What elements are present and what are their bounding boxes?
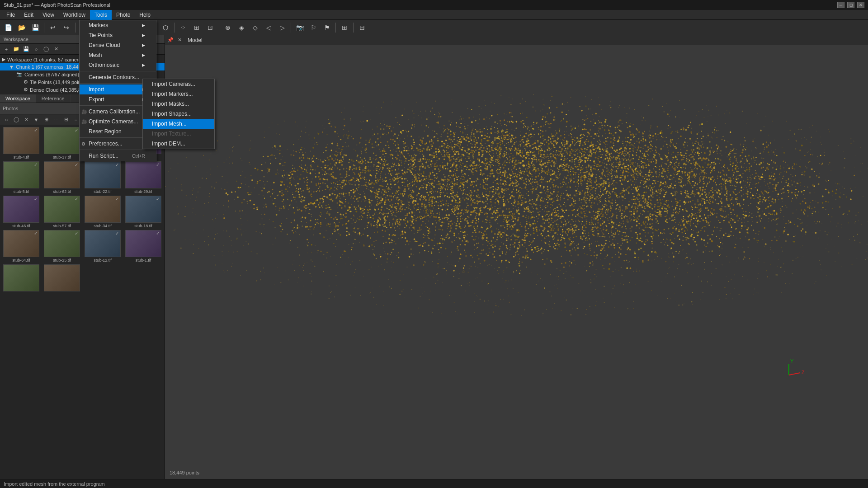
photos-circle-btn[interactable]: ○: [2, 115, 11, 124]
toolbar-view1[interactable]: ◈: [235, 21, 248, 34]
svg-point-3686: [499, 169, 500, 170]
svg-point-4420: [370, 183, 372, 185]
toolbar-view2[interactable]: ◇: [249, 21, 261, 34]
toolbar-grid[interactable]: ⊞: [190, 21, 203, 34]
svg-point-7414: [450, 230, 451, 231]
menu-item-import-markers[interactable]: Import Markers...: [143, 89, 214, 99]
toolbar-open[interactable]: 📂: [15, 21, 28, 34]
photos-circle2-btn[interactable]: ◯: [12, 115, 21, 124]
photo-item-8[interactable]: ✓ stub-29.tif: [124, 161, 163, 194]
photos-filter-btn[interactable]: ▼: [32, 115, 41, 124]
toolbar-undo[interactable]: ↩: [47, 21, 59, 34]
menu-item-run-script[interactable]: Run Script... Ctrl+R: [80, 151, 156, 161]
menu-item-import-masks[interactable]: Import Masks...: [143, 99, 214, 109]
svg-point-2916: [504, 119, 505, 121]
menu-view[interactable]: View: [38, 10, 59, 20]
toolbar-shapes[interactable]: ⬡: [159, 21, 172, 34]
svg-point-7364: [778, 199, 779, 200]
toolbar-flag2[interactable]: ⚑: [321, 21, 333, 34]
photo-item-12[interactable]: ✓ stub-18.tif: [124, 196, 163, 228]
svg-point-5413: [674, 146, 676, 148]
restore-button[interactable]: ◻: [847, 2, 854, 8]
svg-point-1842: [457, 196, 458, 197]
menu-workflow[interactable]: Workflow: [59, 10, 90, 20]
toolbar-redo[interactable]: ↪: [60, 21, 73, 34]
menu-help[interactable]: Help: [135, 10, 155, 20]
ws-save-btn[interactable]: 💾: [22, 45, 31, 54]
photo-item-13[interactable]: ✓ stub-64.tif: [2, 230, 41, 263]
ws-add-btn[interactable]: +: [2, 45, 11, 54]
svg-point-1590: [512, 161, 514, 163]
tab-reference[interactable]: Reference: [36, 94, 71, 103]
photo-item-17[interactable]: [2, 264, 41, 292]
minimize-button[interactable]: ─: [837, 2, 844, 8]
toolbar-camera[interactable]: 📷: [293, 21, 306, 34]
viewport[interactable]: Orthographic: [165, 45, 868, 479]
photo-item-7[interactable]: ✓ stub-22.tif: [83, 161, 122, 194]
svg-point-7735: [395, 174, 396, 175]
svg-point-2413: [390, 227, 392, 228]
menu-item-dense-cloud[interactable]: Dense Cloud ▶: [80, 40, 156, 50]
ws-circle-btn[interactable]: ○: [32, 45, 41, 54]
svg-point-1380: [557, 154, 558, 155]
toolbar-align[interactable]: ⊞: [338, 21, 351, 34]
menu-item-mesh[interactable]: Mesh ▶: [80, 50, 156, 60]
toolbar-select[interactable]: ⊡: [204, 21, 217, 34]
menu-item-tie-points[interactable]: Tie Points ▶: [80, 30, 156, 40]
menu-item-import-shapes[interactable]: Import Shapes...: [143, 109, 214, 119]
photos-info-btn[interactable]: ⋯: [52, 115, 61, 124]
model-panel-pin-btn[interactable]: 📌: [167, 37, 174, 44]
photos-group-btn[interactable]: ⊞: [42, 115, 51, 124]
svg-point-4107: [326, 197, 328, 198]
svg-point-4755: [603, 245, 604, 246]
photo-item-16[interactable]: ✓ stub-1.tif: [124, 230, 163, 263]
menu-item-import-mesh[interactable]: Import Mesh...: [143, 119, 214, 129]
menu-item-import-dem[interactable]: Import DEM...: [143, 139, 214, 149]
close-button[interactable]: ✕: [857, 2, 864, 8]
tab-workspace[interactable]: Workspace: [0, 94, 36, 103]
photo-item-1[interactable]: ✓ stub-4.tif: [2, 127, 41, 160]
photo-item-10[interactable]: ✓ stub-57.tif: [42, 196, 81, 228]
svg-point-4949: [508, 220, 509, 221]
menu-item-import-cameras[interactable]: Import Cameras...: [143, 79, 214, 89]
svg-point-7201: [556, 158, 557, 159]
model-panel-close-btn[interactable]: ✕: [176, 37, 183, 44]
menu-file[interactable]: File: [2, 10, 19, 20]
photos-x-btn[interactable]: ✕: [22, 115, 31, 124]
ws-x-btn[interactable]: ✕: [52, 45, 61, 54]
svg-point-9488: [337, 152, 339, 153]
toolbar-3d[interactable]: ⊛: [222, 21, 234, 34]
toolbar-save[interactable]: 💾: [29, 21, 42, 34]
menu-item-orthomosaic[interactable]: Orthomosaic ▶: [80, 60, 156, 70]
photo-item-9[interactable]: ✓ stub-46.tif: [2, 196, 41, 228]
svg-point-5068: [623, 260, 625, 261]
toolbar-new[interactable]: 📄: [2, 21, 14, 34]
ws-circle2-btn[interactable]: ◯: [42, 45, 51, 54]
ws-folder-btn[interactable]: 📁: [12, 45, 21, 54]
photos-grid-btn[interactable]: ⊟: [61, 115, 71, 124]
menu-edit[interactable]: Edit: [19, 10, 38, 20]
svg-point-6886: [552, 235, 554, 237]
photo-item-15[interactable]: ✓ stub-12.tif: [83, 230, 122, 263]
menu-photo[interactable]: Photo: [112, 10, 135, 20]
menu-item-markers[interactable]: Markers ▶: [80, 20, 156, 30]
photo-item-18[interactable]: [42, 264, 81, 292]
photo-item-5[interactable]: ✓ stub-5.tif: [2, 161, 41, 194]
toolbar-flag[interactable]: ⚐: [307, 21, 320, 34]
svg-point-373: [621, 215, 622, 216]
photo-item-14[interactable]: ✓ stub-25.tif: [42, 230, 81, 263]
svg-point-2047: [765, 243, 767, 245]
svg-point-3716: [458, 212, 459, 213]
photo-item-2[interactable]: ✓ stub-17.tif: [42, 127, 81, 160]
menu-tools[interactable]: Tools: [90, 10, 112, 20]
toolbar-view3[interactable]: ◁: [262, 21, 275, 34]
photo-item-11[interactable]: ✓ stub-34.tif: [83, 196, 122, 228]
svg-point-5843: [366, 140, 367, 141]
toolbar-points[interactable]: ⁘: [177, 21, 189, 34]
svg-point-3850: [656, 176, 657, 178]
toolbar-view4[interactable]: ▷: [276, 21, 288, 34]
svg-point-1247: [502, 235, 503, 237]
svg-point-1851: [654, 155, 656, 156]
photo-item-6[interactable]: ✓ stub-62.tif: [42, 161, 81, 194]
toolbar-transform[interactable]: ⊟: [356, 21, 368, 34]
